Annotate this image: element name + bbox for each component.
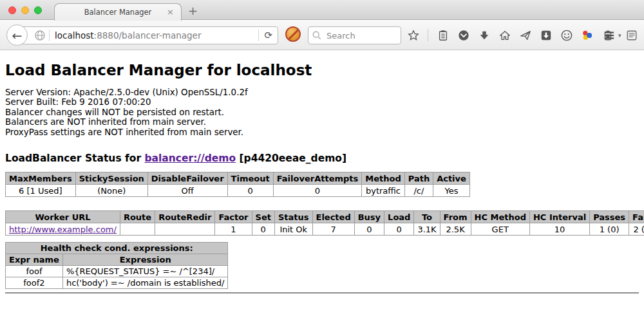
status-suffix: [p4420eeae_demo] <box>236 153 346 164</box>
column-header: From <box>440 211 471 223</box>
reading-list-icon[interactable] <box>437 30 449 42</box>
column-header: HC Interval <box>529 211 589 223</box>
toolbar-separator <box>428 29 428 42</box>
zoom-window-button[interactable] <box>34 6 42 14</box>
server-built-line: Server Built: Feb 9 2016 07:00:20 <box>5 97 639 107</box>
table-header-row: MaxMembers StickySession DisableFailover… <box>6 172 470 185</box>
column-header: Active <box>433 172 470 185</box>
fails-cell: 2 (0) <box>629 223 644 236</box>
table-row: http://www.example.com/ 1 0 Init Ok 7 0 … <box>6 223 644 236</box>
bookmark-star-icon[interactable] <box>407 30 419 42</box>
tab-title: Balancer Manager <box>84 8 152 17</box>
table-row: foof %{REQUEST_STATUS} =~ /^[234]/ <box>6 266 228 277</box>
persist-note-line: Balancer changes will NOT be persisted o… <box>5 107 639 117</box>
navigation-toolbar: ← localhost:8880/balancer-manager ⟳ <box>0 21 644 50</box>
column-header: Passes <box>590 211 629 223</box>
column-header: MaxMembers <box>6 172 76 185</box>
expression-cell: hc('body') =~ /domain is established/ <box>62 277 228 289</box>
back-arrow-icon: ← <box>12 28 23 42</box>
expr-name-cell: foof2 <box>6 277 63 289</box>
search-bar[interactable] <box>308 26 401 44</box>
column-header: Worker URL <box>6 211 120 223</box>
column-header: HC Method <box>471 211 529 223</box>
factor-cell: 1 <box>215 223 252 236</box>
url-separator <box>49 30 50 41</box>
column-header: DisableFailover <box>147 172 227 185</box>
health-table-title: Health check cond. expressions: <box>6 243 228 254</box>
expr-name-cell: foof <box>6 266 63 277</box>
address-text[interactable]: localhost:8880/balancer-manager <box>55 30 258 41</box>
column-header: Elected <box>312 211 354 223</box>
path-cell: /c/ <box>404 185 433 197</box>
download-icon[interactable] <box>478 30 490 42</box>
back-button[interactable]: ← <box>6 24 28 46</box>
column-header: Expr name <box>6 254 63 266</box>
table-title-row: Health check cond. expressions: <box>6 243 228 254</box>
globe-icon[interactable] <box>35 30 45 41</box>
column-header: To <box>414 211 440 223</box>
from-cell: 2.5K <box>440 223 471 236</box>
column-header: Load <box>384 211 414 223</box>
server-version-line: Server Version: Apache/2.5.0-dev (Unix) … <box>5 88 639 97</box>
balancer-link[interactable]: balancer://demo <box>144 153 236 164</box>
new-tab-button[interactable]: + <box>188 4 198 17</box>
home-icon[interactable] <box>498 30 511 42</box>
stickysession-cell: (None) <box>75 185 147 197</box>
column-header: Method <box>362 172 404 185</box>
addon-download-icon[interactable] <box>540 30 552 42</box>
menu-group <box>603 26 638 44</box>
bottom-divider <box>5 292 639 294</box>
route-cell <box>120 223 155 236</box>
table-header-row: Worker URL Route RouteRedir Factor Set S… <box>6 211 644 223</box>
url-path: :8880/balancer-manager <box>94 30 202 41</box>
url-bar[interactable]: localhost:8880/balancer-manager ⟳ <box>17 26 278 44</box>
loadbalancer-status-heading: LoadBalancer Status for balancer://demo … <box>5 153 639 164</box>
busy-cell: 0 <box>354 223 384 236</box>
worker-url-link[interactable]: http://www.example.com/ <box>9 225 117 234</box>
column-header: RouteRedir <box>155 211 215 223</box>
worker-url-cell: http://www.example.com/ <box>6 223 120 236</box>
minimize-window-button[interactable] <box>21 6 29 14</box>
timeout-cell: 0 <box>227 185 273 197</box>
url-separator <box>258 30 259 41</box>
column-header: FailoverAttempts <box>273 172 362 185</box>
page-title: Load Balancer Manager for localhost <box>5 62 639 79</box>
toolbar-icons: ▾ <box>407 26 621 44</box>
url-host: localhost <box>55 30 94 41</box>
pocket-icon[interactable] <box>457 30 469 42</box>
notes-grid-icon[interactable] <box>625 30 638 42</box>
browser-tab[interactable]: Balancer Manager × <box>54 3 182 21</box>
disablefailover-cell: Off <box>147 185 227 197</box>
set-cell: 0 <box>252 223 274 236</box>
titlebar: Balancer Manager × + <box>0 0 644 20</box>
column-header: Path <box>404 172 433 185</box>
health-check-table: Health check cond. expressions: Expr nam… <box>5 242 228 289</box>
column-header: Expression <box>62 254 228 266</box>
status-prefix: LoadBalancer Status for <box>5 153 144 164</box>
search-input[interactable] <box>325 30 397 41</box>
column-header: Route <box>120 211 155 223</box>
failoverattempts-cell: 0 <box>273 185 362 197</box>
column-header: Timeout <box>227 172 273 185</box>
send-plane-icon[interactable] <box>519 30 531 42</box>
content-blocked-icon[interactable] <box>285 26 301 42</box>
column-header: Busy <box>354 211 384 223</box>
hamburger-menu-icon[interactable] <box>603 30 615 42</box>
elected-cell: 7 <box>312 223 354 236</box>
expression-cell: %{REQUEST_STATUS} =~ /^[234]/ <box>62 266 228 277</box>
table-header-row: Expr name Expression <box>6 254 228 266</box>
table-row: foof2 hc('body') =~ /domain is establish… <box>6 277 228 289</box>
close-window-button[interactable] <box>8 6 16 14</box>
page-content: Load Balancer Manager for localhost Serv… <box>0 51 644 316</box>
reload-icon[interactable]: ⟳ <box>264 30 272 41</box>
load-cell: 0 <box>384 223 414 236</box>
colored-dots-extension-icon[interactable] <box>581 30 593 42</box>
proxypass-note-line: ProxyPass settings are NOT inherited fro… <box>5 127 639 137</box>
table-row: 6 [1 Used] (None) Off 0 0 bytraffic /c/ … <box>6 185 470 197</box>
tab-close-icon[interactable]: × <box>167 7 174 17</box>
chat-smiley-icon[interactable] <box>560 30 573 42</box>
maxmembers-cell: 6 [1 Used] <box>6 185 76 197</box>
column-header: StickySession <box>75 172 147 185</box>
search-icon[interactable] <box>312 31 321 40</box>
routeredir-cell <box>155 223 215 236</box>
